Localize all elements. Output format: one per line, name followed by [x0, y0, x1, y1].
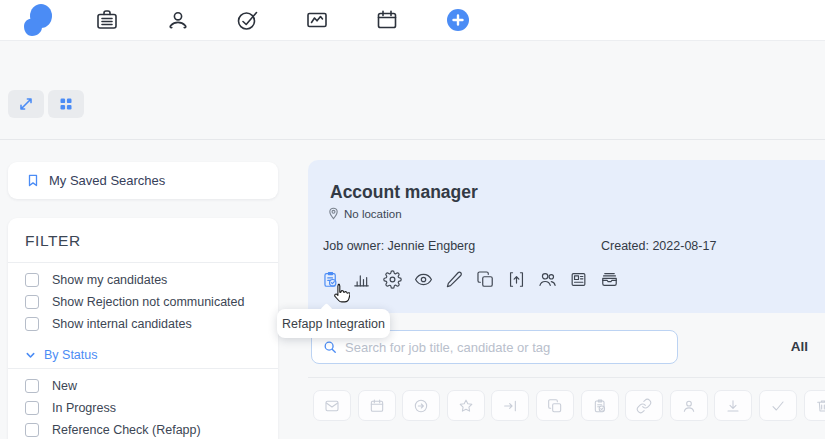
statistics-bar-chart-icon[interactable]: [352, 270, 371, 289]
status-option-label: New: [52, 379, 77, 393]
filter-option-label: Show Rejection not communicated: [52, 295, 244, 309]
job-location: No location: [328, 207, 402, 220]
section-divider: [0, 139, 825, 140]
job-owner: Job owner: Jennie Engberg: [323, 239, 475, 253]
tooltip-text: Refapp Integration: [282, 317, 385, 331]
search-input[interactable]: [345, 340, 677, 355]
tooltip: Refapp Integration: [277, 309, 390, 338]
job-toolbar: [321, 270, 619, 289]
checkbox[interactable]: [25, 295, 39, 309]
filter-option-show-internal[interactable]: Show internal candidates: [25, 317, 192, 331]
delete-trash-icon[interactable]: [804, 390, 825, 421]
filter-option-label: Show my candidates: [52, 273, 167, 287]
by-status-toggle[interactable]: By Status: [25, 348, 98, 362]
by-status-label: By Status: [44, 348, 98, 362]
copy-icon[interactable]: [536, 390, 574, 421]
tasks-check-circle-icon[interactable]: [235, 8, 259, 32]
saved-searches-label: My Saved Searches: [49, 173, 165, 188]
team-people-icon[interactable]: [538, 270, 557, 289]
job-header-card: Account manager No location Job owner: J…: [308, 160, 825, 313]
archive-tray-icon[interactable]: [600, 270, 619, 289]
location-pin-icon: [328, 207, 339, 220]
checkbox[interactable]: [25, 379, 39, 393]
schedule-calendar-icon[interactable]: [358, 390, 396, 421]
preview-eye-icon[interactable]: [414, 270, 433, 289]
filter-option-show-rejection[interactable]: Show Rejection not communicated: [25, 295, 244, 309]
job-location-label: No location: [344, 208, 402, 220]
filter-option-label: Show internal candidates: [52, 317, 192, 331]
filter-option-show-my-candidates[interactable]: Show my candidates: [25, 273, 167, 287]
my-saved-searches-button[interactable]: My Saved Searches: [8, 162, 278, 199]
candidates-person-icon[interactable]: [166, 8, 190, 32]
status-option-label: In Progress: [52, 401, 116, 415]
top-nav: [0, 0, 825, 41]
add-button[interactable]: [447, 9, 469, 31]
checkbox[interactable]: [25, 401, 39, 415]
filter-panel: FILTER Show my candidates Show Rejection…: [8, 218, 278, 439]
grid-view-button[interactable]: [48, 90, 84, 118]
checkbox[interactable]: [25, 273, 39, 287]
edit-pencil-icon[interactable]: [445, 270, 464, 289]
divider: [8, 368, 278, 369]
download-icon[interactable]: [714, 390, 752, 421]
expand-button[interactable]: [8, 90, 44, 118]
jobs-briefcase-icon[interactable]: [95, 8, 119, 32]
search-scope-all[interactable]: All: [791, 339, 808, 354]
select-check-icon[interactable]: [759, 390, 797, 421]
bulk-actions-row: [313, 390, 825, 421]
bookmark-icon: [26, 173, 40, 188]
divider: [8, 262, 278, 263]
checkbox[interactable]: [25, 317, 39, 331]
notes-document-icon[interactable]: [569, 270, 588, 289]
filter-title: FILTER: [8, 232, 278, 250]
clipboard-check-icon[interactable]: [581, 390, 619, 421]
app-logo-icon[interactable]: [21, 3, 53, 38]
app-window: My Saved Searches FILTER Show my candida…: [0, 0, 825, 439]
move-to-stage-arrow-icon[interactable]: [491, 390, 529, 421]
publish-upload-icon[interactable]: [507, 270, 526, 289]
status-option-reference-check[interactable]: Reference Check (Refapp): [25, 423, 201, 437]
attach-link-icon[interactable]: [625, 390, 663, 421]
status-option-in-progress[interactable]: In Progress: [25, 401, 116, 415]
assign-person-icon[interactable]: [670, 390, 708, 421]
move-arrow-circle-icon[interactable]: [402, 390, 440, 421]
job-created-date: Created: 2022-08-17: [601, 239, 716, 253]
divider: [308, 377, 825, 378]
calendar-icon[interactable]: [375, 8, 399, 32]
analytics-chart-icon[interactable]: [305, 8, 329, 32]
job-title: Account manager: [330, 182, 478, 203]
email-envelope-icon[interactable]: [313, 390, 351, 421]
chevron-down-icon: [25, 350, 36, 361]
favorite-star-icon[interactable]: [447, 390, 485, 421]
status-option-new[interactable]: New: [25, 379, 77, 393]
duplicate-copy-icon[interactable]: [476, 270, 495, 289]
search-icon: [323, 340, 337, 354]
status-option-label: Reference Check (Refapp): [52, 423, 201, 437]
checkbox[interactable]: [25, 423, 39, 437]
refapp-integration-clipboard-check-icon[interactable]: [321, 270, 340, 289]
settings-gear-icon[interactable]: [383, 270, 402, 289]
